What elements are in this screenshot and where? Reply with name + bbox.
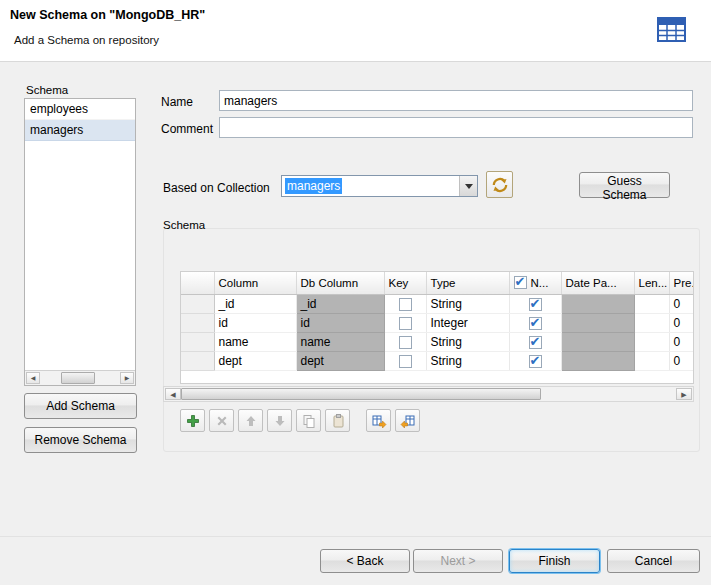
nullable-checkbox[interactable]	[529, 336, 542, 349]
key-checkbox[interactable]	[399, 317, 412, 330]
import-schema-icon	[400, 413, 416, 429]
cell-key[interactable]	[384, 313, 426, 332]
col-header-db-column[interactable]: Db Column	[296, 272, 384, 294]
table-row[interactable]: name name String 0	[181, 332, 694, 351]
cell-type[interactable]: Integer	[426, 313, 509, 332]
remove-column-button[interactable]	[209, 409, 234, 432]
add-schema-button[interactable]: Add Schema	[24, 393, 137, 419]
col-header-key[interactable]: Key	[384, 272, 426, 294]
comment-input[interactable]	[219, 117, 693, 138]
cell-precision[interactable]: 0	[669, 294, 694, 313]
arrow-up-icon	[243, 413, 259, 429]
cell-column[interactable]: _id	[214, 294, 296, 313]
schema-list-item[interactable]: employees	[25, 99, 135, 120]
cell-precision[interactable]: 0	[669, 332, 694, 351]
cell-nullable[interactable]	[509, 294, 561, 313]
wizard-header: New Schema on "MongoDB_HR" Add a Schema …	[0, 0, 711, 62]
scroll-right-icon[interactable]: ▶	[120, 372, 134, 384]
add-column-button[interactable]	[180, 409, 205, 432]
scroll-thumb[interactable]	[61, 372, 95, 384]
cancel-button[interactable]: Cancel	[607, 549, 700, 573]
schema-list[interactable]: employeesmanagers ◀ ▶	[24, 98, 136, 386]
cell-key[interactable]	[384, 332, 426, 351]
collection-combobox[interactable]: managers	[281, 175, 478, 197]
cell-db-column: dept	[296, 351, 384, 370]
cell-precision[interactable]: 0	[669, 313, 694, 332]
cell-date-pattern	[561, 294, 634, 313]
copy-button[interactable]	[296, 409, 321, 432]
cell-column[interactable]: dept	[214, 351, 296, 370]
based-on-collection-label: Based on Collection	[163, 181, 270, 195]
row-selector-cell[interactable]	[181, 294, 214, 313]
nullable-checkbox[interactable]	[529, 317, 542, 330]
refresh-icon	[491, 176, 509, 194]
scroll-left-icon[interactable]: ◀	[165, 388, 181, 400]
cell-nullable[interactable]	[509, 313, 561, 332]
nullable-all-checkbox[interactable]	[514, 276, 527, 289]
finish-button[interactable]: Finish	[509, 549, 600, 573]
paste-button[interactable]	[325, 409, 350, 432]
row-selector-cell[interactable]	[181, 351, 214, 370]
col-header-nullable[interactable]: N...	[509, 272, 561, 294]
scroll-right-icon[interactable]: ▶	[676, 388, 692, 400]
cell-length[interactable]	[634, 351, 669, 370]
move-down-button[interactable]	[267, 409, 292, 432]
cell-type[interactable]: String	[426, 294, 509, 313]
table-row[interactable]: id id Integer 0	[181, 313, 694, 332]
key-checkbox[interactable]	[399, 355, 412, 368]
cell-date-pattern	[561, 351, 634, 370]
dialog-subtitle: Add a Schema on repository	[14, 34, 159, 46]
cell-type[interactable]: String	[426, 351, 509, 370]
cell-db-column: id	[296, 313, 384, 332]
cell-length[interactable]	[634, 294, 669, 313]
chevron-down-icon[interactable]	[459, 176, 477, 196]
scroll-thumb[interactable]	[181, 388, 541, 400]
guess-schema-button[interactable]: Guess Schema	[579, 172, 670, 198]
col-header-precision[interactable]: Pre...	[669, 272, 694, 294]
cell-nullable[interactable]	[509, 332, 561, 351]
col-header-type[interactable]: Type	[426, 272, 509, 294]
schema-table-grid: Column Db Column Key Type N... Date Pa..…	[181, 272, 694, 371]
cell-column[interactable]: name	[214, 332, 296, 351]
nullable-header-label: N...	[531, 277, 549, 289]
schema-table[interactable]: Column Db Column Key Type N... Date Pa..…	[180, 271, 694, 384]
col-header-length[interactable]: Len...	[634, 272, 669, 294]
table-row[interactable]: dept dept String 0	[181, 351, 694, 370]
name-input[interactable]	[219, 90, 693, 111]
col-header-date-pattern[interactable]: Date Pa...	[561, 272, 634, 294]
cell-column[interactable]: id	[214, 313, 296, 332]
cell-precision[interactable]: 0	[669, 351, 694, 370]
schema-list-item[interactable]: managers	[25, 120, 135, 141]
remove-schema-button[interactable]: Remove Schema	[24, 427, 137, 453]
cell-length[interactable]	[634, 332, 669, 351]
schema-toolbar	[180, 409, 420, 433]
export-schema-icon	[371, 413, 387, 429]
cell-nullable[interactable]	[509, 351, 561, 370]
nullable-checkbox[interactable]	[529, 298, 542, 311]
cell-key[interactable]	[384, 351, 426, 370]
footer-separator	[0, 536, 711, 537]
next-button[interactable]: Next >	[413, 549, 503, 573]
key-checkbox[interactable]	[399, 298, 412, 311]
scroll-left-icon[interactable]: ◀	[26, 372, 40, 384]
col-header-column[interactable]: Column	[214, 272, 296, 294]
row-selector-cell[interactable]	[181, 313, 214, 332]
table-row[interactable]: _id _id String 0	[181, 294, 694, 313]
arrow-down-icon	[272, 413, 288, 429]
import-schema-button[interactable]	[395, 409, 420, 432]
schema-list-item-label: managers	[30, 123, 83, 137]
key-checkbox[interactable]	[399, 336, 412, 349]
back-button[interactable]: < Back	[320, 549, 410, 573]
nullable-checkbox[interactable]	[529, 355, 542, 368]
refresh-collections-button[interactable]	[486, 171, 513, 198]
move-up-button[interactable]	[238, 409, 263, 432]
cell-length[interactable]	[634, 313, 669, 332]
name-label: Name	[161, 95, 193, 109]
cell-key[interactable]	[384, 294, 426, 313]
schema-table-hscrollbar[interactable]: ◀ ▶	[163, 386, 694, 402]
row-selector-cell[interactable]	[181, 332, 214, 351]
export-schema-button[interactable]	[366, 409, 391, 432]
cell-type[interactable]: String	[426, 332, 509, 351]
cell-db-column: name	[296, 332, 384, 351]
schema-list-hscrollbar[interactable]: ◀ ▶	[25, 370, 135, 385]
